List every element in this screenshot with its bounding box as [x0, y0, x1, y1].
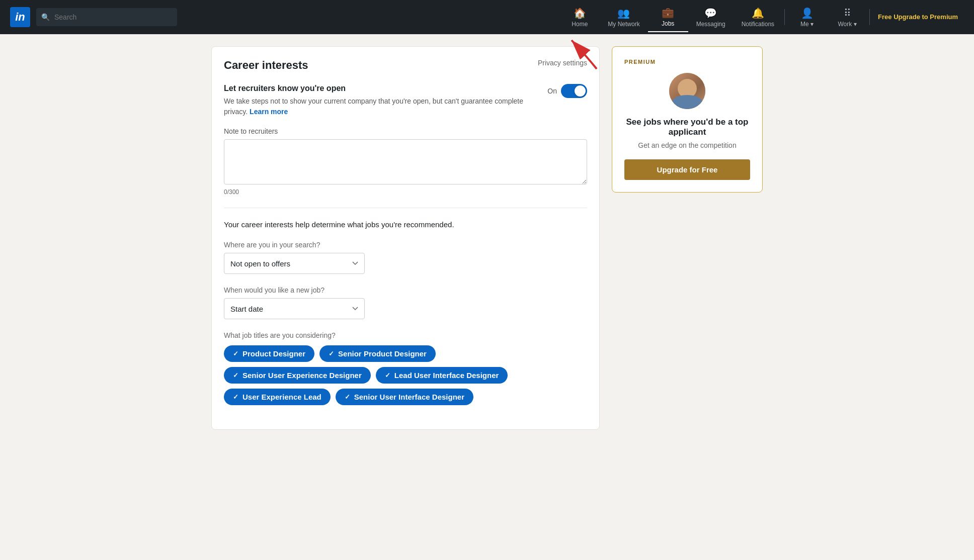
new-job-timing-section: When would you like a new job? Start dat… [224, 286, 587, 319]
sidebar: PREMIUM See jobs where you'd be a top ap… [612, 46, 763, 193]
toggle-on-label: On [547, 87, 557, 95]
learn-more-link[interactable]: Learn more [250, 108, 288, 116]
premium-heading: See jobs where you'd be a top applicant [624, 117, 750, 137]
red-arrow [556, 36, 602, 72]
premium-badge: PREMIUM [624, 59, 750, 65]
card-header: Career interests Privacy settings [224, 59, 587, 72]
nav-divider [784, 9, 785, 25]
navbar: in 🔍 🏠 Home 👥 My Network 💼 Jobs 💬 Messag… [0, 0, 974, 34]
me-icon: 👤 [801, 7, 814, 19]
recruiter-toggle[interactable] [561, 84, 587, 98]
note-textarea[interactable] [224, 139, 587, 184]
job-titles-label: What job titles are you considering? [224, 331, 587, 339]
nav-jobs[interactable]: 💼 Jobs [648, 3, 688, 32]
char-count: 0/300 [224, 189, 587, 196]
chip-senior-ux-designer[interactable]: ✓ Senior User Experience Designer [224, 367, 371, 384]
note-section: Note to recruiters 0/300 [224, 127, 587, 196]
premium-card: PREMIUM See jobs where you'd be a top ap… [612, 46, 763, 193]
check-icon: ✓ [233, 371, 238, 379]
main-layout: Career interests Privacy settings Let re… [203, 46, 771, 430]
check-icon: ✓ [233, 393, 238, 401]
career-interests-card: Career interests Privacy settings Let re… [211, 46, 600, 430]
chip-senior-ui-designer[interactable]: ✓ Senior User Interface Designer [336, 389, 473, 405]
search-icon: 🔍 [41, 13, 50, 21]
check-icon: ✓ [385, 371, 390, 379]
premium-sub: Get an edge on the competition [624, 141, 750, 149]
upgrade-button[interactable]: Upgrade for Free [624, 159, 750, 180]
section-divider [224, 208, 587, 208]
avatar-image [669, 73, 705, 109]
avatar-body [672, 95, 702, 109]
notifications-icon: 🔔 [752, 7, 764, 19]
premium-upgrade-nav[interactable]: Free Upgrade to Premium [872, 9, 964, 26]
recruiter-toggle-text: Let recruiters know you're open We take … [224, 84, 537, 117]
recruiter-heading: Let recruiters know you're open [224, 84, 537, 93]
nav-my-network[interactable]: 👥 My Network [600, 3, 647, 32]
toggle-right: On [547, 84, 587, 98]
nav-home[interactable]: 🏠 Home [559, 3, 600, 32]
messaging-icon: 💬 [704, 7, 717, 19]
search-status-dropdown[interactable]: Not open to offers Open to opportunities… [224, 253, 365, 274]
interests-description: Your career interests help determine wha… [224, 220, 587, 229]
linkedin-logo[interactable]: in [10, 7, 30, 27]
home-icon: 🏠 [574, 7, 586, 19]
nav-divider-2 [869, 9, 870, 25]
check-icon: ✓ [329, 350, 334, 357]
network-icon: 👥 [617, 7, 630, 19]
jobs-icon: 💼 [662, 7, 674, 19]
work-icon: ⠿ [844, 7, 851, 19]
new-job-dropdown[interactable]: Start date Immediately 1-3 months 3-6 mo… [224, 298, 365, 319]
chip-senior-product-designer[interactable]: ✓ Senior Product Designer [319, 345, 436, 362]
search-wrapper: 🔍 [36, 8, 177, 26]
new-job-label: When would you like a new job? [224, 286, 587, 294]
main-nav: 🏠 Home 👥 My Network 💼 Jobs 💬 Messaging 🔔… [559, 3, 964, 32]
note-label: Note to recruiters [224, 127, 587, 135]
chip-lead-ui-designer[interactable]: ✓ Lead User Interface Designer [376, 367, 508, 384]
avatar [669, 73, 705, 109]
nav-messaging[interactable]: 💬 Messaging [688, 3, 734, 32]
recruiter-description: We take steps not to show your current c… [224, 96, 537, 117]
nav-me[interactable]: 👤 Me ▾ [787, 3, 827, 32]
chip-ux-lead[interactable]: ✓ User Experience Lead [224, 389, 331, 405]
check-icon: ✓ [345, 393, 350, 401]
card-title: Career interests [224, 59, 308, 72]
search-status-section: Where are you in your search? Not open t… [224, 241, 587, 274]
toggle-knob [575, 85, 586, 97]
search-status-label: Where are you in your search? [224, 241, 587, 249]
check-icon: ✓ [233, 350, 238, 357]
search-input[interactable] [36, 8, 177, 26]
chip-product-designer[interactable]: ✓ Product Designer [224, 345, 314, 362]
job-titles-section: What job titles are you considering? ✓ P… [224, 331, 587, 405]
job-titles-chips: ✓ Product Designer ✓ Senior Product Desi… [224, 345, 587, 405]
nav-work[interactable]: ⠿ Work ▾ [827, 3, 867, 32]
nav-notifications[interactable]: 🔔 Notifications [734, 3, 782, 32]
recruiter-toggle-section: Let recruiters know you're open We take … [224, 84, 587, 117]
